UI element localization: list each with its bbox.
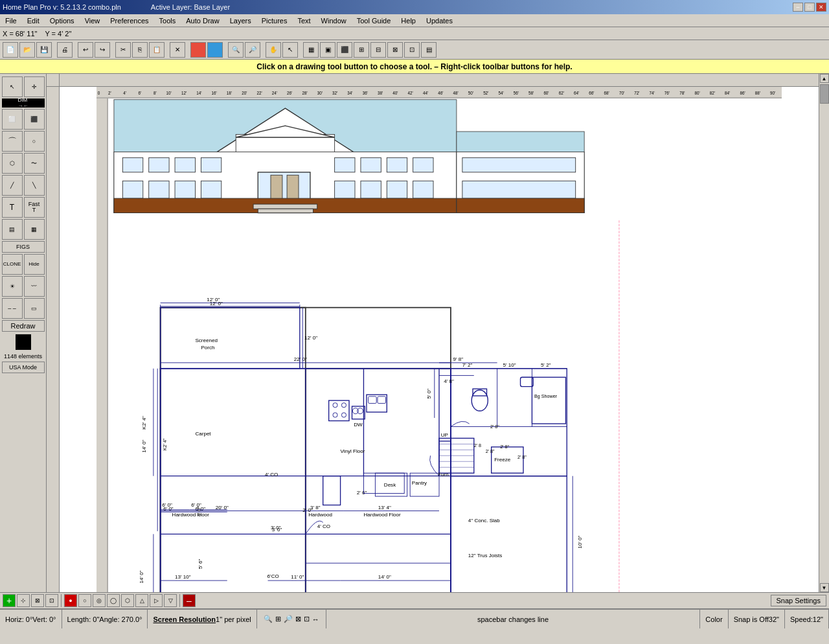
- snap-btn-10[interactable]: △: [135, 594, 148, 607]
- menu-edit[interactable]: Edit: [22, 16, 45, 26]
- snap-btn-5[interactable]: ●: [64, 594, 77, 607]
- scroll-thumb[interactable]: [820, 84, 829, 104]
- menu-autodraw[interactable]: Auto Draw: [181, 16, 224, 26]
- tb-zoom-out[interactable]: 🔎: [245, 42, 260, 58]
- tb-b8[interactable]: ▤: [421, 42, 437, 58]
- menu-tools[interactable]: Tools: [154, 16, 181, 26]
- menu-file[interactable]: File: [0, 16, 22, 26]
- usa-mode[interactable]: USA Mode: [2, 362, 45, 373]
- scroll-up-button[interactable]: ▲: [820, 74, 829, 83]
- tb-pan[interactable]: ✋: [266, 42, 281, 58]
- tb-b5[interactable]: ⊟: [370, 42, 386, 58]
- tool-hide[interactable]: Hide: [24, 254, 45, 275]
- snap-btn-7[interactable]: ◎: [93, 594, 106, 607]
- tool-wave[interactable]: 〰: [24, 276, 45, 297]
- svg-text:4': 4': [123, 91, 126, 95]
- zoom-fit-icon[interactable]: ⊞: [275, 615, 281, 623]
- tool-circle[interactable]: ○: [24, 131, 45, 152]
- zoom-next-icon[interactable]: ⊡: [304, 615, 310, 623]
- snap-settings-button[interactable]: Snap Settings: [771, 595, 827, 606]
- tool-line[interactable]: ╱: [2, 175, 23, 196]
- minimize-button[interactable]: –: [793, 3, 803, 12]
- close-button[interactable]: ✕: [816, 3, 826, 12]
- zoom-out-icon[interactable]: 🔎: [284, 615, 293, 623]
- tool-crosshair[interactable]: ✛: [24, 76, 45, 97]
- tool-curve[interactable]: 〜: [24, 153, 45, 174]
- tool-pattern[interactable]: ▦: [24, 219, 45, 240]
- canvas-area[interactable]: 0 2' 4' 6' 8' 10' 12' 14' 16' 18' 20' 22…: [47, 74, 819, 592]
- snap-plus-button[interactable]: +: [3, 594, 16, 607]
- tb-save[interactable]: 💾: [36, 42, 52, 58]
- menu-window[interactable]: Window: [316, 16, 352, 26]
- snap-btn-4[interactable]: ⊡: [45, 594, 58, 607]
- menu-pictures[interactable]: Pictures: [256, 16, 293, 26]
- tool-rect-fill[interactable]: ⬛: [24, 109, 45, 130]
- snap-btn-6[interactable]: ○: [78, 594, 91, 607]
- tb-cut[interactable]: ✂: [115, 42, 131, 58]
- tool-text-fast[interactable]: FastT: [24, 197, 45, 218]
- tool-dash[interactable]: – –: [2, 298, 23, 319]
- svg-rect-112: [258, 209, 313, 213]
- snap-btn-12[interactable]: ▽: [164, 594, 177, 607]
- menu-view[interactable]: View: [80, 16, 106, 26]
- color-swatch[interactable]: [16, 334, 31, 350]
- menu-preferences[interactable]: Preferences: [105, 16, 153, 26]
- menu-options[interactable]: Options: [45, 16, 80, 26]
- tb-b6[interactable]: ⊠: [387, 42, 403, 58]
- maximize-button[interactable]: □: [804, 3, 815, 12]
- zoom-in-icon[interactable]: 🔍: [264, 615, 273, 623]
- tool-dline[interactable]: ╲: [24, 175, 45, 196]
- zoom-prev-icon[interactable]: ⊠: [295, 615, 301, 623]
- tb-redo[interactable]: ↪: [95, 42, 110, 58]
- tool-hatch[interactable]: ▤: [2, 219, 23, 240]
- tool-poly[interactable]: ⬡: [2, 153, 23, 174]
- menu-text[interactable]: Text: [292, 16, 315, 26]
- svg-text:58': 58': [528, 91, 534, 95]
- tb-color2[interactable]: [207, 42, 223, 58]
- snap-btn-8[interactable]: ◯: [107, 594, 120, 607]
- menu-layers[interactable]: Layers: [225, 16, 256, 26]
- tool-figs[interactable]: FIGS: [2, 241, 45, 253]
- menu-toolguide[interactable]: Tool Guide: [352, 16, 396, 26]
- tb-b2[interactable]: ▣: [320, 42, 335, 58]
- snap-off-label: Snap is Off: [734, 615, 769, 623]
- tb-b4[interactable]: ⊞: [354, 42, 369, 58]
- tb-print[interactable]: 🖨: [57, 42, 73, 58]
- snap-btn-2[interactable]: ⊹: [17, 594, 30, 607]
- tb-color1[interactable]: [190, 42, 206, 58]
- snap-btn-9[interactable]: ⬡: [121, 594, 134, 607]
- tb-b7[interactable]: ⊡: [404, 42, 420, 58]
- scroll-track[interactable]: [820, 83, 829, 583]
- right-scrollbar[interactable]: ▲ ▼: [819, 74, 829, 592]
- snap-btn-11[interactable]: ▷: [150, 594, 163, 607]
- tb-b1[interactable]: ▦: [303, 42, 319, 58]
- color-label[interactable]: Color: [705, 615, 722, 623]
- tb-zoom-in[interactable]: 🔍: [228, 42, 244, 58]
- zoom-arrow-icon[interactable]: ↔: [312, 615, 319, 623]
- tool-rect[interactable]: ⬜: [2, 109, 23, 130]
- tb-select[interactable]: ↖: [282, 42, 298, 58]
- tb-copy[interactable]: ⎘: [132, 42, 148, 58]
- tb-paste[interactable]: 📋: [149, 42, 165, 58]
- tb-b3[interactable]: ⬛: [337, 42, 352, 58]
- tb-new[interactable]: 📄: [3, 42, 18, 58]
- menu-help[interactable]: Help: [396, 16, 421, 26]
- tb-open[interactable]: 📂: [19, 42, 35, 58]
- tb-undo[interactable]: ↩: [78, 42, 93, 58]
- svg-text:11' 0": 11' 0": [291, 574, 304, 580]
- snap-btn-3[interactable]: ⊠: [31, 594, 44, 607]
- tool-arc[interactable]: ⌒: [2, 131, 23, 152]
- scroll-down-button[interactable]: ▼: [820, 583, 829, 592]
- drawing-canvas[interactable]: 0 2' 4' 6' 8' 10' 12' 14' 16' 18' 20' 22…: [60, 87, 819, 592]
- menu-updates[interactable]: Updates: [421, 16, 458, 26]
- tool-clone[interactable]: CLONE: [2, 254, 23, 275]
- tool-pointer[interactable]: ↖: [2, 76, 23, 97]
- svg-text:34': 34': [347, 91, 352, 95]
- snap-btn-minus[interactable]: –: [183, 594, 196, 607]
- tool-box[interactable]: ▭: [24, 298, 45, 319]
- tool-text[interactable]: T: [2, 197, 23, 218]
- redraw-btn[interactable]: Redraw: [2, 320, 45, 332]
- tb-delete[interactable]: ✕: [170, 42, 185, 58]
- status-color[interactable]: Color: [700, 610, 728, 628]
- tool-sun[interactable]: ☀: [2, 276, 23, 297]
